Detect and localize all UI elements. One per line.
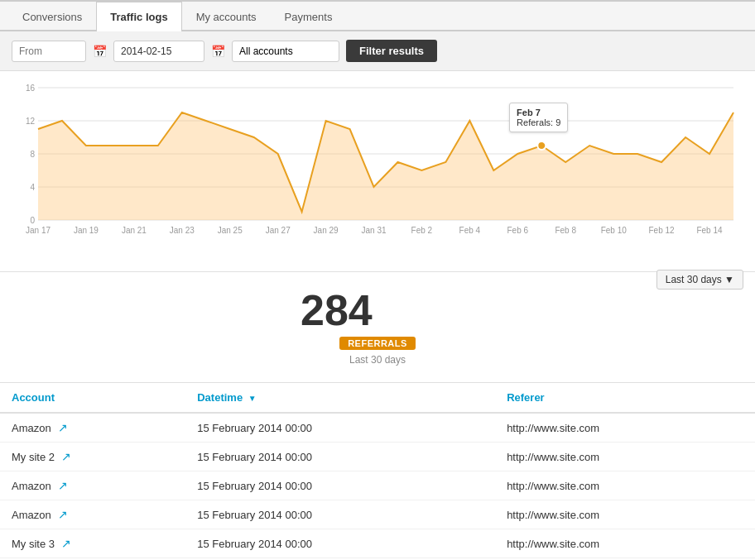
svg-text:12: 12: [26, 117, 36, 126]
account-name: Amazon: [12, 480, 51, 492]
svg-text:Jan 29: Jan 29: [314, 226, 339, 235]
account-name: My site 3: [12, 538, 55, 550]
external-link-icon[interactable]: ↗: [58, 508, 68, 521]
chart-container: 0481216Jan 17Jan 19Jan 21Jan 23Jan 25Jan…: [0, 71, 755, 272]
svg-text:Jan 25: Jan 25: [218, 226, 243, 235]
sort-arrow-icon: ▼: [248, 394, 257, 403]
svg-text:Jan 19: Jan 19: [74, 226, 99, 235]
table-row: My site 3↗15 February 2014 00:00http://w…: [0, 529, 755, 558]
cell-datetime: 15 February 2014 00:00: [185, 529, 495, 558]
referrals-table: AccountDatetime ▼RefererAmazon↗15 Februa…: [0, 383, 755, 558]
cell-account: Amazon↗: [0, 414, 185, 442]
chart-area: 0481216Jan 17Jan 19Jan 21Jan 23Jan 25Jan…: [12, 79, 743, 261]
svg-text:Feb 10: Feb 10: [601, 226, 628, 235]
svg-text:16: 16: [26, 84, 36, 93]
table-row: Amazon↗15 February 2014 00:00http://www.…: [0, 471, 755, 500]
svg-text:4: 4: [30, 183, 35, 192]
account-name: My site 2: [12, 451, 55, 463]
svg-text:8: 8: [30, 150, 35, 159]
external-link-icon[interactable]: ↗: [58, 479, 68, 492]
svg-text:Jan 27: Jan 27: [266, 226, 291, 235]
tab-bar: ConversionsTraffic logsMy accountsPaymen…: [0, 2, 755, 31]
to-calendar-icon[interactable]: 📅: [211, 45, 225, 58]
external-link-icon[interactable]: ↗: [58, 421, 68, 434]
tab-conversions[interactable]: Conversions: [8, 2, 96, 31]
svg-text:Feb 2: Feb 2: [411, 226, 433, 235]
col-header-account: Account: [0, 383, 185, 413]
svg-point-25: [537, 141, 546, 150]
accounts-select[interactable]: All accountsAmazonMy site 2My site 3: [232, 41, 339, 62]
cell-referer: http://www.site.com: [495, 471, 755, 500]
svg-text:Feb 6: Feb 6: [507, 226, 529, 235]
col-header-referer: Referer: [495, 383, 755, 413]
account-name: Amazon: [12, 509, 51, 521]
cell-referer: http://www.site.com: [495, 529, 755, 558]
svg-text:Feb 12: Feb 12: [649, 226, 676, 235]
svg-text:Feb 4: Feb 4: [459, 226, 481, 235]
filter-results-button[interactable]: Filter results: [346, 40, 437, 62]
svg-text:Jan 23: Jan 23: [170, 226, 195, 235]
svg-text:Jan 21: Jan 21: [122, 226, 147, 235]
table-container: AccountDatetime ▼RefererAmazon↗15 Februa…: [0, 383, 755, 558]
account-name: Amazon: [12, 422, 51, 434]
svg-text:Jan 17: Jan 17: [26, 226, 50, 235]
tab-payments[interactable]: Payments: [271, 2, 347, 31]
cell-account: My site 3↗: [0, 529, 185, 558]
summary-period: Last 30 days: [17, 354, 738, 366]
table-row: Amazon↗15 February 2014 00:00http://www.…: [0, 413, 755, 443]
col-header-datetime[interactable]: Datetime ▼: [185, 383, 495, 413]
cell-account: Amazon↗: [0, 471, 185, 500]
from-calendar-icon[interactable]: 📅: [93, 45, 107, 58]
external-link-icon[interactable]: ↗: [61, 537, 71, 550]
referrals-number: 284: [17, 289, 738, 332]
tab-traffic-logs[interactable]: Traffic logs: [96, 2, 181, 31]
svg-text:Jan 31: Jan 31: [361, 226, 386, 235]
to-date-input[interactable]: [113, 41, 204, 62]
referrals-badge: REFERRALS: [339, 337, 416, 350]
cell-datetime: 15 February 2014 00:00: [185, 443, 495, 471]
table-row: My site 2↗15 February 2014 00:00http://w…: [0, 443, 755, 471]
from-date-input[interactable]: [12, 41, 86, 62]
cell-referer: http://www.site.com: [495, 413, 755, 443]
cell-referer: http://www.site.com: [495, 500, 755, 529]
time-range-button[interactable]: Last 30 days ▼: [656, 270, 743, 290]
tab-my-accounts[interactable]: My accounts: [182, 2, 271, 31]
external-link-icon[interactable]: ↗: [61, 450, 71, 463]
svg-text:Feb 14: Feb 14: [696, 226, 723, 235]
svg-text:Feb 8: Feb 8: [555, 226, 576, 235]
table-row: Amazon↗15 February 2014 00:00http://www.…: [0, 500, 755, 529]
summary-section: 284 REFERRALS Last 30 days: [0, 272, 755, 383]
cell-datetime: 15 February 2014 00:00: [185, 413, 495, 443]
cell-datetime: 15 February 2014 00:00: [185, 471, 495, 500]
cell-datetime: 15 February 2014 00:00: [185, 500, 495, 529]
cell-referer: http://www.site.com: [495, 443, 755, 471]
svg-text:0: 0: [30, 216, 35, 225]
cell-account: Amazon↗: [0, 500, 185, 529]
filter-bar: 📅📅All accountsAmazonMy site 2My site 3Fi…: [0, 31, 755, 71]
cell-account: My site 2↗: [0, 443, 185, 471]
